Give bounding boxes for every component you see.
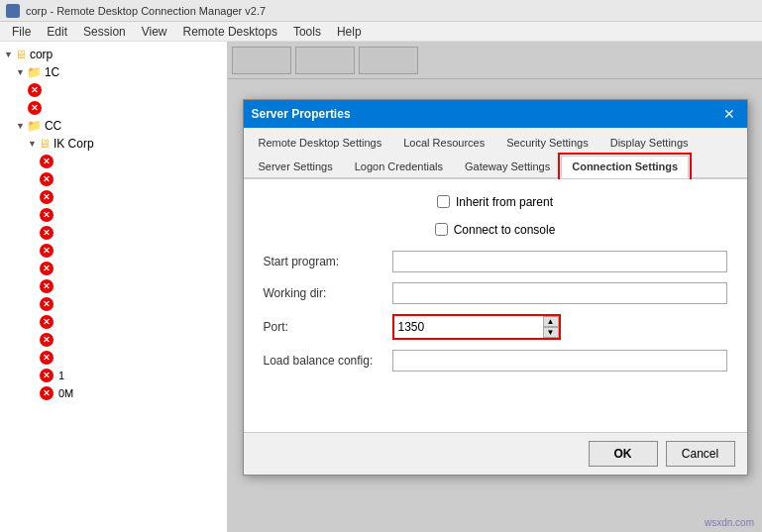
inherit-checkbox[interactable] xyxy=(437,195,450,208)
server-label: 0M xyxy=(58,387,73,399)
start-program-label: Start program: xyxy=(264,255,392,268)
list-item[interactable]: ✕ xyxy=(0,260,227,277)
list-item[interactable]: ✕ xyxy=(0,188,227,206)
start-program-input[interactable] xyxy=(392,251,727,272)
error-icon: ✕ xyxy=(40,297,54,311)
error-icon: ✕ xyxy=(28,101,42,115)
error-icon: ✕ xyxy=(40,155,54,168)
list-item[interactable]: ✕ xyxy=(0,170,227,188)
folder-icon: 🖥 xyxy=(39,137,51,151)
dialog-title-bar: Server Properties ✕ xyxy=(244,100,747,128)
error-icon: ✕ xyxy=(40,226,54,240)
menu-help[interactable]: Help xyxy=(329,23,370,41)
tab-local-resources[interactable]: Local Resources xyxy=(392,132,495,154)
error-icon: ✕ xyxy=(40,351,54,365)
working-dir-label: Working dir: xyxy=(264,286,392,300)
error-icon: ✕ xyxy=(40,208,54,222)
port-input[interactable] xyxy=(394,316,543,338)
working-dir-input[interactable] xyxy=(392,282,727,304)
error-icon: ✕ xyxy=(28,83,42,97)
ok-button[interactable]: OK xyxy=(589,441,658,467)
tab-connection-settings[interactable]: Connection Settings xyxy=(561,156,689,178)
cancel-button[interactable]: Cancel xyxy=(666,441,735,467)
tree-label: corp xyxy=(30,48,53,61)
list-item[interactable]: ✕ xyxy=(0,313,227,331)
dialog-title: Server Properties xyxy=(252,107,719,121)
tab-security-settings[interactable]: Security Settings xyxy=(495,132,599,154)
tab-bar: Remote Desktop Settings Local Resources … xyxy=(244,128,747,179)
tab-row-2: Server Settings Logon Credentials Gatewa… xyxy=(248,156,743,177)
tab-row-1: Remote Desktop Settings Local Resources … xyxy=(248,132,743,154)
list-item[interactable]: ✕ xyxy=(0,277,227,295)
tree-item-cc[interactable]: ▼ 📁 CC xyxy=(0,117,227,135)
error-icon: ✕ xyxy=(40,369,54,382)
list-item[interactable]: ✕ xyxy=(0,242,227,260)
expand-icon: ▼ xyxy=(16,67,25,77)
tab-remote-desktop[interactable]: Remote Desktop Settings xyxy=(248,132,393,154)
dialog-close-button[interactable]: ✕ xyxy=(719,104,739,124)
content-area: Server Properties ✕ Remote Desktop Setti… xyxy=(228,42,762,532)
app-icon xyxy=(6,4,20,18)
error-icon: ✕ xyxy=(40,262,54,275)
list-item[interactable]: ✕ xyxy=(0,81,227,99)
server-properties-dialog: Server Properties ✕ Remote Desktop Setti… xyxy=(243,99,748,476)
expand-icon: ▼ xyxy=(28,139,37,149)
port-decrement-button[interactable]: ▼ xyxy=(543,327,559,338)
tab-gateway-settings[interactable]: Gateway Settings xyxy=(454,156,561,177)
server-label: 1 xyxy=(58,370,64,381)
port-increment-button[interactable]: ▲ xyxy=(543,316,559,327)
load-balance-label: Load balance config: xyxy=(264,354,392,368)
menu-file[interactable]: File xyxy=(4,23,39,41)
port-input-wrapper: ▲ ▼ xyxy=(392,314,561,340)
window-title: corp - Remote Desktop Connection Manager… xyxy=(26,5,756,17)
error-icon: ✕ xyxy=(40,386,54,400)
sidebar: ▼ 🖥 corp ▼ 📁 1C ✕ ✕ ▼ 📁 CC ▼ 🖥 IK Corp xyxy=(0,42,228,532)
load-balance-input[interactable] xyxy=(392,350,727,372)
list-item[interactable]: ✕ xyxy=(0,331,227,349)
tree-label: IK Corp xyxy=(54,137,94,151)
menu-view[interactable]: View xyxy=(134,23,175,41)
list-item[interactable]: ✕ xyxy=(0,295,227,313)
error-icon: ✕ xyxy=(40,172,54,186)
error-icon: ✕ xyxy=(40,333,54,347)
menu-remote-desktops[interactable]: Remote Desktops xyxy=(175,23,285,41)
menu-bar: File Edit Session View Remote Desktops T… xyxy=(0,22,762,42)
tree-item-ik-corp[interactable]: ▼ 🖥 IK Corp xyxy=(0,135,227,153)
list-item[interactable]: ✕ 1 xyxy=(0,367,227,384)
dialog-footer: OK Cancel xyxy=(244,432,747,475)
menu-session[interactable]: Session xyxy=(75,23,134,41)
error-icon: ✕ xyxy=(40,244,54,258)
tab-display-settings[interactable]: Display Settings xyxy=(599,132,700,154)
inherit-parent-row: Inherit from parent xyxy=(264,195,727,209)
load-balance-group: Load balance config: xyxy=(264,350,727,372)
list-item[interactable]: ✕ xyxy=(0,206,227,224)
error-icon: ✕ xyxy=(40,279,54,293)
connect-console-checkbox[interactable] xyxy=(435,223,448,236)
menu-tools[interactable]: Tools xyxy=(285,23,329,41)
list-item[interactable]: ✕ xyxy=(0,153,227,170)
error-icon: ✕ xyxy=(40,315,54,329)
main-area: ▼ 🖥 corp ▼ 📁 1C ✕ ✕ ▼ 📁 CC ▼ 🖥 IK Corp xyxy=(0,42,762,532)
folder-icon: 📁 xyxy=(27,119,42,133)
menu-edit[interactable]: Edit xyxy=(39,23,75,41)
port-group: Port: ▲ ▼ xyxy=(264,314,727,340)
connect-console-label: Connect to console xyxy=(454,223,556,237)
list-item[interactable]: ✕ xyxy=(0,224,227,242)
list-item[interactable]: ✕ xyxy=(0,349,227,367)
tab-logon-credentials[interactable]: Logon Credentials xyxy=(344,156,454,177)
tree-label: 1C xyxy=(45,65,59,79)
tree-item-corp[interactable]: ▼ 🖥 corp xyxy=(0,46,227,63)
list-item[interactable]: ✕ 0M xyxy=(0,384,227,402)
start-program-group: Start program: xyxy=(264,251,727,272)
tab-server-settings[interactable]: Server Settings xyxy=(248,156,344,177)
modal-overlay: Server Properties ✕ Remote Desktop Setti… xyxy=(228,42,762,532)
title-bar: corp - Remote Desktop Connection Manager… xyxy=(0,0,762,22)
dialog-body: Inherit from parent Connect to console S… xyxy=(244,179,747,432)
folder-icon: 🖥 xyxy=(15,48,27,61)
connect-console-row: Connect to console xyxy=(264,223,727,237)
expand-icon: ▼ xyxy=(4,50,13,59)
port-spinner: ▲ ▼ xyxy=(543,316,559,338)
folder-icon: 📁 xyxy=(27,65,42,79)
list-item[interactable]: ✕ xyxy=(0,99,227,117)
tree-item-1c[interactable]: ▼ 📁 1C xyxy=(0,63,227,81)
